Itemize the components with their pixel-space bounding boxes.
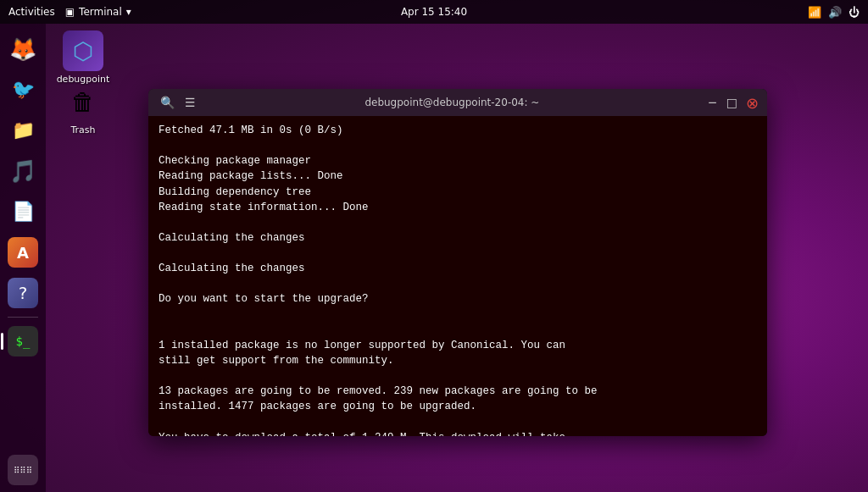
titlebar-left-icons: 🔍 ☰	[157, 94, 199, 111]
terminal-line: Fetched 47.1 MB in 0s (0 B/s)	[159, 123, 757, 138]
terminal-line: Do you want to start the upgrade?	[159, 291, 757, 307]
dock-item-appstore[interactable]: A	[4, 234, 42, 271]
dock-separator	[8, 317, 38, 318]
terminal-icon: ▣	[65, 6, 75, 18]
terminal-dock-icon: $_	[16, 334, 31, 348]
dock: 🦊 🐦 📁 🎵 📄 A	[0, 24, 46, 492]
rhythmbox-icon: 🎵	[9, 160, 36, 182]
trash-label: Trash	[70, 124, 95, 135]
terminal-line	[159, 323, 757, 338]
dock-item-firefox[interactable]: 🦊	[4, 30, 42, 68]
terminal-body[interactable]: Fetched 47.1 MB in 0s (0 B/s) Checking p…	[148, 116, 767, 436]
appstore-icon: A	[17, 244, 29, 262]
terminal-line	[159, 414, 757, 429]
terminal-line	[159, 138, 757, 153]
terminal-search-icon[interactable]: 🔍	[157, 94, 178, 111]
desktop: Activities ▣ Terminal ▾ Apr 15 15:40 📶 🔊…	[0, 0, 868, 492]
help-icon: ?	[19, 283, 28, 303]
network-icon[interactable]: 📶	[808, 6, 821, 19]
terminal-menu-arrow: ▾	[126, 6, 131, 18]
volume-icon[interactable]: 🔊	[828, 6, 842, 19]
terminal-window-title: debugpoint@debugpoint-20-04: ~	[199, 97, 706, 108]
dock-item-files[interactable]: 📁	[4, 112, 42, 149]
terminal-label: Terminal	[79, 6, 122, 18]
libreoffice-icon: 📄	[12, 202, 35, 221]
topbar: Activities ▣ Terminal ▾ Apr 15 15:40 📶 🔊…	[0, 0, 868, 24]
trash-desktop-icon[interactable]: 🗑 Trash	[53, 81, 114, 135]
terminal-line: Calculating the changes	[159, 261, 757, 276]
terminal-line	[159, 307, 757, 323]
terminal-line	[159, 368, 757, 384]
terminal-window: 🔍 ☰ debugpoint@debugpoint-20-04: ~ ─ □ ⊗…	[148, 89, 767, 436]
trash-icon: 🗑	[71, 88, 95, 116]
terminal-line	[159, 246, 757, 261]
terminal-line: still get support from the community.	[159, 353, 757, 368]
dock-item-libreoffice[interactable]: 📄	[4, 193, 42, 230]
terminal-line: Calculating the changes	[159, 230, 757, 246]
terminal-line	[159, 276, 757, 291]
terminal-menu-icon[interactable]: ☰	[181, 94, 199, 111]
activities-button[interactable]: Activities	[8, 6, 55, 18]
terminal-line: Reading state information... Done	[159, 200, 757, 215]
dock-item-thunderbird[interactable]: 🐦	[4, 71, 42, 108]
terminal-line: Checking package manager	[159, 153, 757, 169]
thunderbird-icon: 🐦	[12, 80, 35, 99]
dock-item-terminal[interactable]: $_	[4, 323, 42, 360]
debugpoint-desktop-icon[interactable]: ⬡ debugpoint	[53, 30, 114, 85]
terminal-minimize-button[interactable]: ─	[705, 94, 719, 111]
terminal-line: 13 packages are going to be removed. 239…	[159, 384, 757, 399]
terminal-line: installed. 1477 packages are going to be…	[159, 399, 757, 414]
titlebar-right-icons: ─ □ ⊗	[705, 94, 759, 112]
firefox-icon: 🦊	[9, 38, 36, 60]
terminal-menu[interactable]: ▣ Terminal ▾	[65, 6, 131, 18]
terminal-titlebar: 🔍 ☰ debugpoint@debugpoint-20-04: ~ ─ □ ⊗	[148, 89, 767, 116]
terminal-close-button[interactable]: ⊗	[746, 94, 759, 112]
terminal-line: Building dependency tree	[159, 185, 757, 200]
terminal-line: Reading package lists... Done	[159, 169, 757, 184]
apps-grid-icon: ⠿⠿⠿	[14, 466, 32, 475]
topbar-right: 📶 🔊 ⏻	[808, 6, 860, 19]
terminal-line: You have to download a total of 1,249 M.…	[159, 430, 757, 437]
power-icon[interactable]: ⏻	[849, 6, 860, 19]
debugpoint-icon: ⬡	[73, 37, 93, 65]
terminal-line	[159, 215, 757, 230]
terminal-line: 1 installed package is no longer support…	[159, 338, 757, 353]
terminal-maximize-button[interactable]: □	[723, 94, 741, 111]
dock-item-help[interactable]: ?	[4, 274, 42, 312]
dock-item-rhythmbox[interactable]: 🎵	[4, 152, 42, 190]
topbar-datetime: Apr 15 15:40	[401, 6, 467, 18]
topbar-left: Activities ▣ Terminal ▾	[8, 6, 131, 18]
files-icon: 📁	[12, 121, 35, 140]
dock-apps-button[interactable]: ⠿⠿⠿	[8, 455, 38, 485]
